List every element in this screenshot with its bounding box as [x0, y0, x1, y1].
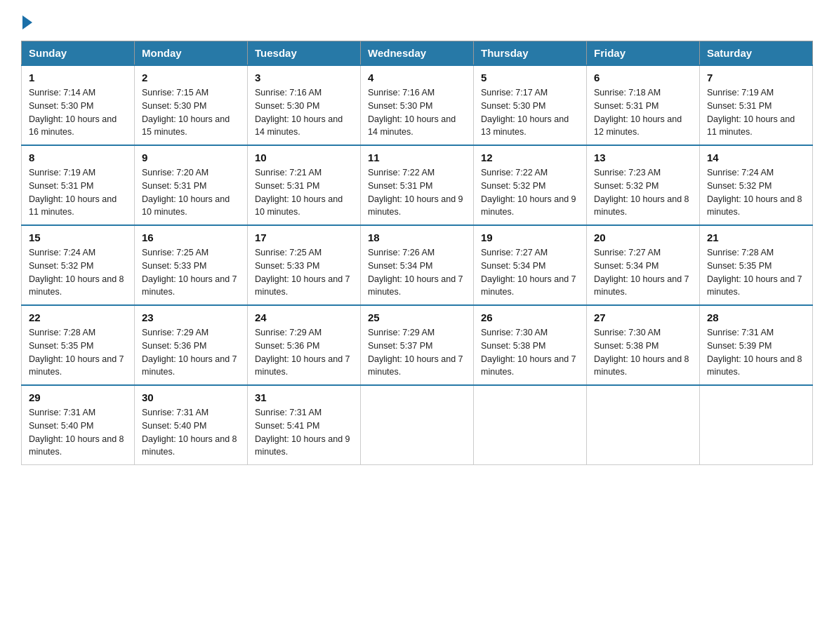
- day-info: Sunrise: 7:25 AMSunset: 5:33 PMDaylight:…: [255, 248, 350, 297]
- calendar-cell: [474, 385, 587, 465]
- calendar-cell: 27 Sunrise: 7:30 AMSunset: 5:38 PMDaylig…: [587, 305, 700, 385]
- calendar-week-row: 1 Sunrise: 7:14 AMSunset: 5:30 PMDayligh…: [22, 65, 813, 145]
- day-number: 25: [368, 311, 466, 323]
- calendar-header-saturday: Saturday: [700, 41, 813, 66]
- calendar-cell: 26 Sunrise: 7:30 AMSunset: 5:38 PMDaylig…: [474, 305, 587, 385]
- day-info: Sunrise: 7:28 AMSunset: 5:35 PMDaylight:…: [29, 328, 124, 377]
- day-number: 27: [594, 311, 692, 323]
- day-info: Sunrise: 7:18 AMSunset: 5:31 PMDaylight:…: [594, 88, 682, 137]
- calendar-cell: 4 Sunrise: 7:16 AMSunset: 5:30 PMDayligh…: [361, 65, 474, 145]
- calendar-cell: 6 Sunrise: 7:18 AMSunset: 5:31 PMDayligh…: [587, 65, 700, 145]
- day-number: 22: [29, 311, 127, 323]
- day-info: Sunrise: 7:30 AMSunset: 5:38 PMDaylight:…: [481, 328, 576, 377]
- day-number: 11: [368, 152, 466, 163]
- calendar-cell: 11 Sunrise: 7:22 AMSunset: 5:31 PMDaylig…: [361, 145, 474, 225]
- calendar-cell: 15 Sunrise: 7:24 AMSunset: 5:32 PMDaylig…: [22, 225, 135, 305]
- calendar-cell: 1 Sunrise: 7:14 AMSunset: 5:30 PMDayligh…: [22, 65, 135, 145]
- day-info: Sunrise: 7:28 AMSunset: 5:35 PMDaylight:…: [707, 248, 802, 297]
- day-info: Sunrise: 7:14 AMSunset: 5:30 PMDaylight:…: [29, 88, 117, 137]
- calendar-cell: 25 Sunrise: 7:29 AMSunset: 5:37 PMDaylig…: [361, 305, 474, 385]
- day-number: 28: [707, 311, 805, 323]
- calendar-cell: 14 Sunrise: 7:24 AMSunset: 5:32 PMDaylig…: [700, 145, 813, 225]
- day-info: Sunrise: 7:29 AMSunset: 5:37 PMDaylight:…: [368, 328, 463, 377]
- calendar-cell: 3 Sunrise: 7:16 AMSunset: 5:30 PMDayligh…: [248, 65, 361, 145]
- day-number: 24: [255, 311, 353, 323]
- day-number: 17: [255, 232, 353, 243]
- day-info: Sunrise: 7:24 AMSunset: 5:32 PMDaylight:…: [29, 248, 124, 297]
- day-info: Sunrise: 7:25 AMSunset: 5:33 PMDaylight:…: [142, 248, 237, 297]
- day-number: 7: [707, 72, 805, 83]
- calendar-header-friday: Friday: [587, 41, 700, 66]
- day-info: Sunrise: 7:22 AMSunset: 5:32 PMDaylight:…: [481, 168, 576, 217]
- day-number: 2: [142, 72, 240, 83]
- calendar-cell: 16 Sunrise: 7:25 AMSunset: 5:33 PMDaylig…: [135, 225, 248, 305]
- day-info: Sunrise: 7:27 AMSunset: 5:34 PMDaylight:…: [481, 248, 576, 297]
- day-number: 12: [481, 152, 579, 163]
- day-number: 5: [481, 72, 579, 83]
- logo-arrow-icon: [22, 15, 32, 29]
- day-info: Sunrise: 7:29 AMSunset: 5:36 PMDaylight:…: [255, 328, 350, 377]
- day-number: 20: [594, 232, 692, 243]
- day-info: Sunrise: 7:24 AMSunset: 5:32 PMDaylight:…: [707, 168, 802, 217]
- day-info: Sunrise: 7:31 AMSunset: 5:41 PMDaylight:…: [255, 408, 350, 457]
- calendar-cell: 21 Sunrise: 7:28 AMSunset: 5:35 PMDaylig…: [700, 225, 813, 305]
- day-number: 30: [142, 391, 240, 403]
- calendar-cell: 24 Sunrise: 7:29 AMSunset: 5:36 PMDaylig…: [248, 305, 361, 385]
- day-number: 23: [142, 311, 240, 323]
- calendar-cell: [361, 385, 474, 465]
- day-number: 16: [142, 232, 240, 243]
- day-info: Sunrise: 7:17 AMSunset: 5:30 PMDaylight:…: [481, 88, 569, 137]
- calendar-header-tuesday: Tuesday: [248, 41, 361, 66]
- day-number: 4: [368, 72, 466, 83]
- day-info: Sunrise: 7:21 AMSunset: 5:31 PMDaylight:…: [255, 168, 343, 217]
- calendar-cell: 2 Sunrise: 7:15 AMSunset: 5:30 PMDayligh…: [135, 65, 248, 145]
- calendar-cell: 28 Sunrise: 7:31 AMSunset: 5:39 PMDaylig…: [700, 305, 813, 385]
- day-number: 1: [29, 72, 127, 83]
- calendar-header-wednesday: Wednesday: [361, 41, 474, 66]
- day-info: Sunrise: 7:31 AMSunset: 5:39 PMDaylight:…: [707, 328, 802, 377]
- calendar-week-row: 22 Sunrise: 7:28 AMSunset: 5:35 PMDaylig…: [22, 305, 813, 385]
- calendar-cell: 13 Sunrise: 7:23 AMSunset: 5:32 PMDaylig…: [587, 145, 700, 225]
- logo: [21, 14, 32, 27]
- calendar-week-row: 29 Sunrise: 7:31 AMSunset: 5:40 PMDaylig…: [22, 385, 813, 465]
- day-info: Sunrise: 7:29 AMSunset: 5:36 PMDaylight:…: [142, 328, 237, 377]
- page-header: [21, 14, 813, 27]
- calendar-cell: 18 Sunrise: 7:26 AMSunset: 5:34 PMDaylig…: [361, 225, 474, 305]
- calendar-cell: [700, 385, 813, 465]
- day-info: Sunrise: 7:26 AMSunset: 5:34 PMDaylight:…: [368, 248, 463, 297]
- day-number: 31: [255, 391, 353, 403]
- calendar-week-row: 15 Sunrise: 7:24 AMSunset: 5:32 PMDaylig…: [22, 225, 813, 305]
- calendar-cell: 29 Sunrise: 7:31 AMSunset: 5:40 PMDaylig…: [22, 385, 135, 465]
- day-info: Sunrise: 7:19 AMSunset: 5:31 PMDaylight:…: [29, 168, 117, 217]
- day-info: Sunrise: 7:20 AMSunset: 5:31 PMDaylight:…: [142, 168, 230, 217]
- day-number: 3: [255, 72, 353, 83]
- day-info: Sunrise: 7:16 AMSunset: 5:30 PMDaylight:…: [255, 88, 343, 137]
- day-info: Sunrise: 7:23 AMSunset: 5:32 PMDaylight:…: [594, 168, 689, 217]
- day-info: Sunrise: 7:16 AMSunset: 5:30 PMDaylight:…: [368, 88, 456, 137]
- calendar-cell: 22 Sunrise: 7:28 AMSunset: 5:35 PMDaylig…: [22, 305, 135, 385]
- calendar-week-row: 8 Sunrise: 7:19 AMSunset: 5:31 PMDayligh…: [22, 145, 813, 225]
- calendar-cell: 23 Sunrise: 7:29 AMSunset: 5:36 PMDaylig…: [135, 305, 248, 385]
- calendar-header-row: SundayMondayTuesdayWednesdayThursdayFrid…: [22, 41, 813, 66]
- day-number: 26: [481, 311, 579, 323]
- day-number: 21: [707, 232, 805, 243]
- day-number: 14: [707, 152, 805, 163]
- day-info: Sunrise: 7:31 AMSunset: 5:40 PMDaylight:…: [142, 408, 237, 457]
- calendar-cell: 8 Sunrise: 7:19 AMSunset: 5:31 PMDayligh…: [22, 145, 135, 225]
- day-number: 9: [142, 152, 240, 163]
- calendar-cell: 7 Sunrise: 7:19 AMSunset: 5:31 PMDayligh…: [700, 65, 813, 145]
- calendar-cell: 10 Sunrise: 7:21 AMSunset: 5:31 PMDaylig…: [248, 145, 361, 225]
- calendar-cell: 20 Sunrise: 7:27 AMSunset: 5:34 PMDaylig…: [587, 225, 700, 305]
- day-number: 15: [29, 232, 127, 243]
- calendar-header-monday: Monday: [135, 41, 248, 66]
- day-number: 18: [368, 232, 466, 243]
- calendar-cell: 31 Sunrise: 7:31 AMSunset: 5:41 PMDaylig…: [248, 385, 361, 465]
- day-info: Sunrise: 7:19 AMSunset: 5:31 PMDaylight:…: [707, 88, 795, 137]
- calendar-table: SundayMondayTuesdayWednesdayThursdayFrid…: [21, 41, 813, 465]
- calendar-cell: 30 Sunrise: 7:31 AMSunset: 5:40 PMDaylig…: [135, 385, 248, 465]
- day-number: 19: [481, 232, 579, 243]
- calendar-cell: 17 Sunrise: 7:25 AMSunset: 5:33 PMDaylig…: [248, 225, 361, 305]
- day-info: Sunrise: 7:15 AMSunset: 5:30 PMDaylight:…: [142, 88, 230, 137]
- day-number: 10: [255, 152, 353, 163]
- calendar-cell: [587, 385, 700, 465]
